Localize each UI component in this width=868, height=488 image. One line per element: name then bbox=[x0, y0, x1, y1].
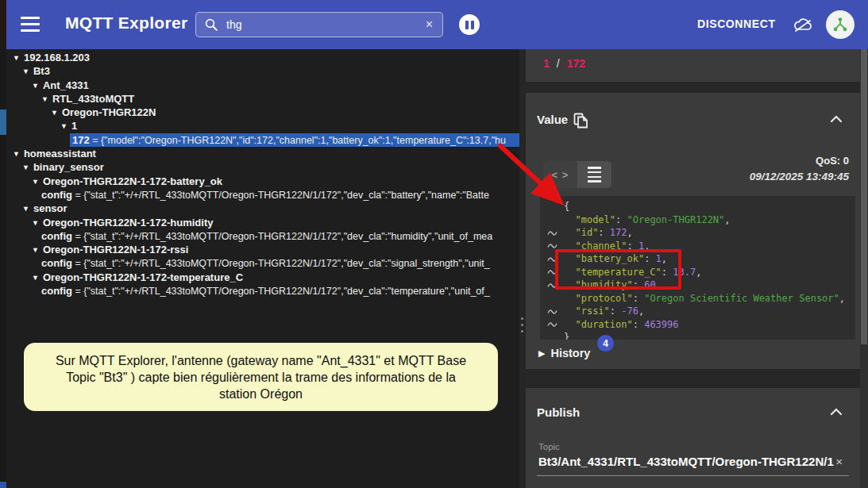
tree-node-label: Oregon-THGR122N-1-172-battery_ok bbox=[43, 175, 222, 187]
collapse-triangle-icon[interactable]: ▼ bbox=[41, 95, 48, 103]
tree-node-label: 172 bbox=[72, 134, 90, 146]
sparkline-icon[interactable] bbox=[540, 226, 564, 240]
json-line: } bbox=[540, 331, 855, 340]
tree-node[interactable]: ▼1 bbox=[6, 119, 519, 133]
json-line-content: "duration": 463996 bbox=[564, 318, 679, 332]
json-line-content: "protocol": "Oregon Scientific Weather S… bbox=[564, 292, 845, 305]
json-line-content: "model": "Oregon-THGR122N", bbox=[564, 213, 731, 227]
collapse-triangle-icon[interactable]: ▼ bbox=[13, 54, 20, 62]
collapse-triangle-icon[interactable]: ▼ bbox=[32, 246, 39, 254]
right-scrollbar-thumb[interactable] bbox=[861, 49, 867, 344]
tree-node-payload: = {"stat_t":"+/+/RTL_433toMQTT/Oregon-TH… bbox=[72, 231, 492, 242]
search-input[interactable] bbox=[226, 18, 424, 31]
raw-view-button[interactable] bbox=[577, 161, 611, 188]
tree-node[interactable]: ▼Oregon-THGR122N-1-172-temperature_C bbox=[6, 271, 519, 284]
tree-node-label: 1 bbox=[71, 120, 77, 132]
json-line-content: "rssi": -76, bbox=[564, 305, 644, 318]
annotation-note-text: Sur MQTT Explorer, l'antenne (gateway na… bbox=[51, 352, 471, 402]
search-icon bbox=[204, 17, 218, 32]
expand-arrow-icon: ▶ bbox=[538, 348, 545, 359]
sparkline-icon[interactable] bbox=[540, 305, 564, 318]
tree-node-label: Oregon-THGR122N-1-172-rssi bbox=[43, 244, 189, 256]
gutter bbox=[540, 213, 564, 227]
collapse-triangle-icon[interactable]: ▼ bbox=[22, 67, 29, 75]
app-title: MQTT Explorer bbox=[65, 13, 187, 33]
collapse-triangle-icon[interactable]: ▼ bbox=[13, 150, 20, 158]
app-logo-avatar[interactable] bbox=[826, 10, 854, 39]
tree-node[interactable]: ▼homeassistant bbox=[6, 147, 519, 160]
topic-counter: 1/172 bbox=[543, 57, 585, 70]
tree-node-label: Oregon-THGR122N-1-172-temperature_C bbox=[43, 271, 243, 283]
tree-node[interactable]: ▼Oregon-THGR122N bbox=[6, 106, 519, 119]
topic-segment-total[interactable]: 172 bbox=[567, 57, 585, 70]
topic-search-box[interactable]: × bbox=[195, 12, 443, 37]
tree-node[interactable]: config = {"stat_t":"+/+/RTL_433toMQTT/Or… bbox=[6, 229, 519, 243]
tree-node[interactable]: ▼RTL_433toMQTT bbox=[6, 92, 519, 106]
json-line-content: { bbox=[564, 200, 569, 213]
publish-topic-clear-icon[interactable]: × bbox=[835, 455, 843, 468]
tree-node-label: config bbox=[41, 189, 72, 201]
history-count-badge: 4 bbox=[597, 335, 614, 352]
right-scrollbar[interactable] bbox=[860, 49, 868, 488]
left-scroll-thumb[interactable] bbox=[0, 110, 6, 135]
drag-handle-icon[interactable] bbox=[521, 317, 523, 332]
list-view-icon bbox=[588, 166, 601, 184]
tree-node-payload: = {"stat_t":"+/+/RTL_433toMQTT/Oregon-TH… bbox=[72, 258, 490, 269]
tree-node-label: 192.168.1.203 bbox=[24, 52, 90, 63]
tree-node[interactable]: ▼Oregon-THGR122N-1-172-rssi bbox=[6, 243, 519, 256]
code-view-button[interactable]: < > bbox=[543, 161, 577, 188]
topic-segment-current[interactable]: 1 bbox=[543, 57, 550, 70]
collapse-triangle-icon[interactable]: ▼ bbox=[32, 178, 39, 186]
collapse-triangle-icon[interactable]: ▼ bbox=[60, 122, 68, 130]
tree-node-label: config bbox=[41, 257, 72, 269]
collapse-value-icon[interactable] bbox=[830, 115, 843, 123]
json-line: "rssi": -76, bbox=[540, 305, 855, 318]
input-underline bbox=[537, 475, 849, 476]
json-line-content: } bbox=[564, 331, 569, 340]
history-toggle[interactable]: ▶ History bbox=[538, 347, 590, 359]
tree-node[interactable]: config = {"stat_t":"+/+/RTL_433toMQTT/Or… bbox=[6, 256, 519, 270]
collapse-triangle-icon[interactable]: ▼ bbox=[32, 219, 39, 227]
tree-node[interactable]: ▼Oregon-THGR122N-1-172-humidity bbox=[6, 216, 519, 229]
tree-node-label: Bt3 bbox=[33, 65, 50, 77]
collapse-triangle-icon[interactable]: ▼ bbox=[32, 82, 39, 90]
tree-node[interactable]: ▼binary_sensor bbox=[6, 160, 519, 174]
collapse-triangle-icon[interactable]: ▼ bbox=[22, 205, 29, 213]
collapse-triangle-icon[interactable]: ▼ bbox=[32, 274, 39, 282]
gutter bbox=[540, 331, 564, 340]
tree-node[interactable]: ▼Oregon-THGR122N-1-172-battery_ok bbox=[6, 175, 519, 188]
json-line: "duration": 463996 bbox=[540, 318, 855, 332]
tree-node[interactable]: ▼Ant_4331 bbox=[6, 79, 519, 92]
mqtt-network-icon bbox=[831, 16, 849, 33]
panel-splitter[interactable] bbox=[519, 49, 526, 488]
tree-node[interactable]: config = {"stat_t":"+/+/RTL_433toMQTT/Or… bbox=[6, 284, 519, 298]
left-scroll-thumb-bottom[interactable] bbox=[0, 482, 6, 488]
collapse-publish-icon[interactable] bbox=[830, 408, 843, 416]
copy-icon[interactable] bbox=[573, 113, 588, 129]
tree-node-label: config bbox=[41, 230, 72, 242]
pause-button[interactable] bbox=[459, 14, 480, 35]
sparkline-icon[interactable] bbox=[540, 318, 564, 332]
tree-node[interactable]: ▼192.168.1.203 bbox=[6, 51, 519, 64]
publish-topic-input[interactable] bbox=[538, 455, 834, 468]
collapse-triangle-icon[interactable]: ▼ bbox=[51, 109, 58, 117]
tree-node-selected[interactable]: 172 = {"model":"Oregon-THGR122N","id":17… bbox=[70, 133, 519, 147]
tree-node[interactable]: ▼sensor bbox=[6, 202, 519, 215]
value-section-title: Value bbox=[537, 113, 568, 126]
disconnect-button[interactable]: DISCONNECT bbox=[697, 17, 776, 30]
search-clear-icon[interactable]: × bbox=[424, 17, 434, 32]
mqtt-explorer-window: MQTT Explorer × DISCONNECT bbox=[0, 0, 868, 488]
tree-node-label: config bbox=[41, 285, 72, 297]
json-line: "protocol": "Oregon Scientific Weather S… bbox=[540, 292, 855, 305]
tree-node[interactable]: config = {"stat_t":"+/+/RTL_433toMQTT/Or… bbox=[6, 188, 519, 202]
collapse-triangle-icon[interactable]: ▼ bbox=[22, 163, 29, 171]
tree-node-label: Ant_4331 bbox=[43, 79, 89, 91]
menu-icon[interactable] bbox=[21, 17, 40, 33]
tree-node-label: RTL_433toMQTT bbox=[52, 93, 134, 105]
left-scroll-strip[interactable] bbox=[0, 0, 6, 488]
gutter bbox=[540, 292, 564, 305]
tree-node-label: Oregon-THGR122N-1-172-humidity bbox=[43, 217, 214, 229]
json-line: { bbox=[540, 200, 855, 213]
tree-node[interactable]: ▼Bt3 bbox=[6, 64, 519, 78]
publish-section-title: Publish bbox=[537, 405, 580, 419]
